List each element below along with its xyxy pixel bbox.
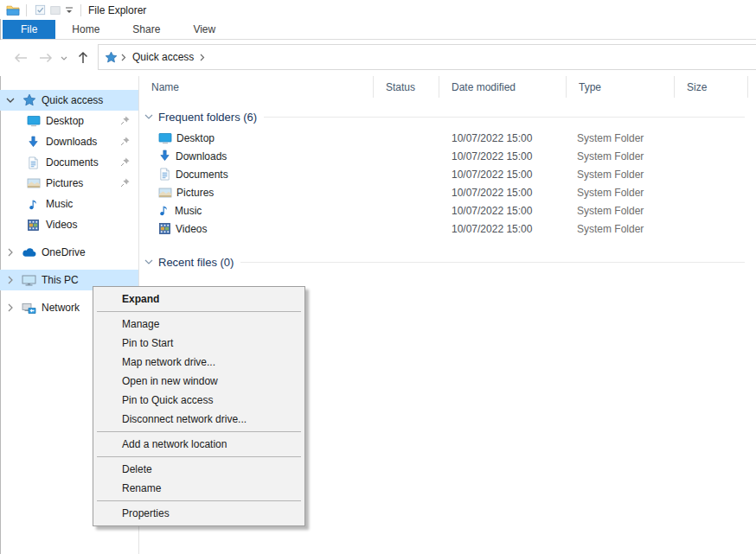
back-arrow-icon[interactable] <box>9 46 33 70</box>
desktop-icon <box>158 131 172 145</box>
sidebar-item-music[interactable]: Music <box>0 194 138 214</box>
pin-icon <box>119 115 131 127</box>
menu-item-properties[interactable]: Properties <box>95 504 303 523</box>
sidebar-item-label: Documents <box>46 156 99 169</box>
menu-separator <box>97 456 301 457</box>
table-row[interactable]: Downloads 10/07/2022 15:00 System Folder <box>138 147 756 165</box>
column-header-name[interactable]: Name <box>138 76 374 98</box>
chevron-right-icon[interactable] <box>3 276 17 284</box>
sidebar-item-downloads[interactable]: Downloads <box>0 131 138 152</box>
group-header-frequent-folders[interactable]: Frequent folders (6) <box>138 108 756 125</box>
pin-icon <box>119 136 131 148</box>
menu-item-map-network-drive[interactable]: Map network drive... <box>95 353 303 372</box>
network-icon <box>22 301 36 315</box>
group-label: Recent files (0) <box>158 256 234 269</box>
pictures-icon <box>26 176 41 191</box>
table-row[interactable]: Documents 10/07/2022 15:00 System Folder <box>138 165 756 183</box>
sidebar-gap <box>0 235 138 242</box>
file-status <box>374 183 439 201</box>
file-name: Desktop <box>176 132 215 144</box>
menu-item-rename[interactable]: Rename <box>95 479 303 498</box>
tab-view[interactable]: View <box>176 20 232 39</box>
file-status <box>374 129 439 147</box>
explorer-folder-icon <box>5 3 21 18</box>
address-bar[interactable]: Quick access <box>98 44 756 70</box>
menu-item-pin-to-quick-access[interactable]: Pin to Quick access <box>95 391 303 410</box>
menu-item-expand[interactable]: Expand <box>95 290 303 309</box>
table-row[interactable]: Videos 10/07/2022 15:00 System Folder <box>138 220 756 238</box>
file-status <box>374 220 439 238</box>
menu-item-disconnect-network-drive[interactable]: Disconnect network drive... <box>95 410 303 429</box>
chevron-down-icon[interactable] <box>143 259 155 265</box>
menu-item-add-network-location[interactable]: Add a network location <box>95 435 303 454</box>
file-type: System Folder <box>567 220 675 238</box>
menu-separator <box>97 500 301 501</box>
navigation-bar: Quick access <box>0 40 756 76</box>
up-arrow-icon[interactable] <box>71 46 95 70</box>
table-row[interactable]: Desktop 10/07/2022 15:00 System Folder <box>138 129 756 147</box>
file-name: Videos <box>176 223 207 235</box>
menu-separator <box>97 431 301 432</box>
file-explorer-window: File Explorer File Home Share View Quic <box>0 0 756 554</box>
file-status <box>374 147 439 165</box>
column-header-status[interactable]: Status <box>374 76 439 98</box>
column-header-filler <box>748 76 756 98</box>
videos-icon <box>26 218 41 232</box>
quick-access-star-icon <box>22 93 36 108</box>
sidebar-item-label: Downloads <box>46 136 97 148</box>
sidebar-gap <box>0 263 138 270</box>
sidebar-item-desktop[interactable]: Desktop <box>0 111 138 131</box>
sidebar-item-quick-access[interactable]: Quick access <box>0 90 138 111</box>
sidebar-item-documents[interactable]: Documents <box>0 152 138 173</box>
menu-item-open-in-new-window[interactable]: Open in new window <box>95 372 303 391</box>
sidebar-item-pictures[interactable]: Pictures <box>0 173 138 194</box>
sidebar-item-videos[interactable]: Videos <box>0 214 138 235</box>
chevron-down-icon[interactable] <box>143 114 155 120</box>
sidebar-item-label: Quick access <box>42 94 103 106</box>
downloads-icon <box>158 150 171 162</box>
breadcrumb-chevron-icon[interactable] <box>200 54 205 61</box>
sidebar-item-label: OneDrive <box>42 246 86 258</box>
file-date-modified: 10/07/2022 15:00 <box>439 201 567 220</box>
forward-arrow-icon[interactable] <box>33 46 57 70</box>
chevron-right-icon[interactable] <box>3 303 17 312</box>
sidebar-item-label: Network <box>42 302 80 314</box>
column-header-size[interactable]: Size <box>675 76 748 98</box>
file-name: Documents <box>176 169 228 181</box>
menu-separator <box>97 311 301 312</box>
breadcrumb-quick-access[interactable]: Quick access <box>130 51 196 63</box>
tab-file[interactable]: File <box>3 20 55 39</box>
sidebar-item-onedrive[interactable]: OneDrive <box>0 242 138 263</box>
chevron-down-icon[interactable] <box>3 98 17 104</box>
column-header-date-modified[interactable]: Date modified <box>439 76 567 98</box>
table-row[interactable]: Music 10/07/2022 15:00 System Folder <box>138 201 756 220</box>
chevron-right-icon[interactable] <box>3 248 17 257</box>
tab-home[interactable]: Home <box>55 20 116 39</box>
menu-item-manage[interactable]: Manage <box>95 315 303 334</box>
group-header-recent-files[interactable]: Recent files (0) <box>138 253 756 271</box>
sidebar-item-label: Pictures <box>46 177 83 189</box>
menu-item-pin-to-start[interactable]: Pin to Start <box>95 334 303 353</box>
recent-locations-dropdown-icon[interactable] <box>57 46 71 70</box>
file-type: System Folder <box>567 201 675 220</box>
menu-item-delete[interactable]: Delete <box>95 460 303 479</box>
videos-icon <box>158 222 171 235</box>
group-rule <box>264 117 745 118</box>
breadcrumb-chevron-icon[interactable] <box>121 54 126 61</box>
file-type: System Folder <box>567 129 675 147</box>
file-type: System Folder <box>567 165 675 183</box>
table-row[interactable]: Pictures 10/07/2022 15:00 System Folder <box>138 183 756 201</box>
new-folder-icon[interactable] <box>48 3 63 18</box>
file-status <box>374 165 439 183</box>
title-bar: File Explorer <box>0 0 756 20</box>
sidebar-item-label: Desktop <box>46 115 84 127</box>
customize-quick-access-dropdown-icon[interactable] <box>63 3 75 18</box>
properties-check-icon[interactable] <box>32 3 48 18</box>
column-header-type[interactable]: Type <box>567 76 675 98</box>
pin-icon <box>119 177 131 189</box>
desktop-icon <box>26 114 41 129</box>
onedrive-cloud-icon <box>22 245 36 260</box>
tab-share[interactable]: Share <box>116 20 176 39</box>
sidebar-item-label: Videos <box>46 219 77 231</box>
music-icon <box>158 204 170 217</box>
